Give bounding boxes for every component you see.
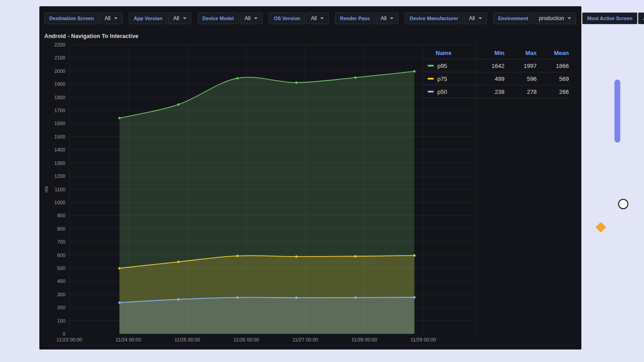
chevron-down-icon — [114, 17, 118, 19]
filter-label: Render Pass — [335, 13, 375, 24]
chevron-down-icon — [183, 17, 186, 19]
chevron-down-icon — [254, 17, 258, 19]
filter-label: Most Active Screen — [582, 13, 637, 24]
chevron-down-icon — [479, 17, 482, 19]
page: { "page": {"background": "#e2e4f8", "pan… — [0, 0, 644, 362]
legend-series-name[interactable]: p75 — [423, 76, 472, 82]
filter-value: All — [381, 15, 386, 21]
legend-min-value: 499 — [472, 76, 504, 82]
legend-row: p75499596569 — [423, 72, 569, 85]
filter-os-version: OS Version All — [269, 13, 329, 24]
filter-value: production — [539, 15, 564, 21]
filter-value-dropdown[interactable]: production — [534, 13, 576, 24]
svg-text:900: 900 — [57, 213, 65, 218]
chart-area: 0100200300400500600700800900100011001200… — [39, 42, 581, 349]
svg-text:200: 200 — [57, 305, 65, 310]
filter-value: All — [173, 15, 179, 21]
legend-col-min[interactable]: Min — [472, 50, 504, 56]
filter-value: All — [105, 15, 110, 21]
legend-mean-value: 266 — [537, 88, 569, 95]
filter-render-pass: Render Pass All — [335, 13, 398, 24]
filter-label: Device Model — [198, 13, 239, 24]
legend-series-name[interactable]: p50 — [423, 88, 472, 95]
vertical-scrollbar-thumb[interactable] — [614, 80, 620, 143]
filter-value-dropdown[interactable]: All — [168, 13, 191, 24]
svg-text:0: 0 — [63, 331, 65, 337]
filter-label: Environment — [493, 13, 533, 24]
filter-destination-screen: Destination Screen All — [44, 13, 123, 24]
legend-col-mean[interactable]: Mean — [537, 50, 569, 56]
svg-text:11/25 00:00: 11/25 00:00 — [174, 337, 200, 342]
svg-text:1900: 1900 — [55, 81, 65, 87]
chevron-down-icon — [390, 17, 394, 19]
cursor-ring-marker — [618, 199, 628, 209]
legend-col-max[interactable]: Max — [504, 50, 537, 56]
svg-text:1800: 1800 — [55, 95, 65, 100]
series-label: p75 — [437, 76, 447, 82]
legend-max-value: 596 — [504, 76, 537, 82]
panel-title: Android - Navigation To Interactive — [44, 33, 138, 39]
filter-value: All — [245, 15, 250, 21]
svg-text:1400: 1400 — [55, 147, 65, 152]
filter-bar: Destination Screen All App Version All D… — [39, 6, 581, 24]
filter-value-dropdown[interactable]: All — [638, 13, 644, 24]
legend-col-name[interactable]: Name — [423, 50, 472, 56]
series-color-swatch — [428, 91, 434, 93]
dashboard-panel: Destination Screen All App Version All D… — [39, 6, 581, 349]
legend-max-value: 1997 — [504, 63, 537, 69]
filter-value-dropdown[interactable]: All — [464, 13, 487, 24]
chart-legend: Name Min Max Mean p95164219971866p754995… — [423, 46, 569, 98]
svg-text:500: 500 — [57, 265, 65, 271]
svg-text:1500: 1500 — [55, 134, 65, 139]
filter-label: OS Version — [269, 13, 305, 24]
series-color-swatch — [428, 78, 434, 80]
svg-text:2100: 2100 — [55, 55, 65, 60]
series-color-swatch — [428, 65, 434, 67]
series-label: p95 — [437, 63, 447, 69]
chevron-down-icon — [320, 17, 324, 19]
svg-text:11/29 00:00: 11/29 00:00 — [411, 337, 436, 342]
legend-mean-value: 569 — [537, 76, 569, 82]
filter-value: All — [311, 15, 317, 21]
svg-text:800: 800 — [57, 226, 65, 232]
legend-row: p50238278266 — [423, 85, 569, 98]
svg-text:1000: 1000 — [55, 200, 65, 205]
svg-text:11/26 00:00: 11/26 00:00 — [233, 337, 259, 342]
filter-value-dropdown[interactable]: All — [376, 13, 398, 24]
svg-text:11/23 00:00: 11/23 00:00 — [56, 337, 82, 342]
svg-text:2200: 2200 — [55, 42, 65, 47]
svg-text:1100: 1100 — [55, 187, 65, 192]
legend-body: p95164219971866p75499596569p50238278266 — [423, 59, 569, 98]
legend-max-value: 278 — [504, 88, 537, 95]
filter-most-active-screen: Most Active Screen All — [582, 13, 644, 24]
svg-text:11/27 00:00: 11/27 00:00 — [292, 337, 318, 342]
legend-min-value: 238 — [472, 88, 504, 95]
svg-text:11/24 00:00: 11/24 00:00 — [115, 337, 141, 342]
svg-text:1600: 1600 — [55, 121, 65, 126]
filter-label: Destination Screen — [44, 13, 99, 24]
legend-row: p95164219971866 — [423, 59, 569, 72]
legend-min-value: 1642 — [472, 63, 504, 69]
svg-text:2000: 2000 — [55, 68, 65, 74]
filter-environment: Environment production — [493, 13, 576, 24]
filter-label: App Version — [129, 13, 167, 24]
filter-value-dropdown[interactable]: All — [240, 13, 263, 24]
filter-app-version: App Version All — [129, 13, 191, 24]
filter-value-dropdown[interactable]: All — [100, 13, 123, 24]
legend-series-name[interactable]: p95 — [423, 63, 472, 69]
legend-header: Name Min Max Mean — [423, 46, 569, 59]
legend-mean-value: 1866 — [537, 63, 569, 69]
svg-text:11/28 00:00: 11/28 00:00 — [352, 337, 377, 342]
svg-text:300: 300 — [57, 292, 65, 297]
svg-text:1300: 1300 — [55, 160, 65, 166]
filter-device-model: Device Model All — [198, 13, 263, 24]
svg-text:100: 100 — [57, 318, 65, 324]
svg-text:1700: 1700 — [55, 108, 65, 113]
filter-device-manufacturer: Device Manufacturer All — [405, 13, 487, 24]
svg-text:1200: 1200 — [55, 173, 65, 179]
filter-value: All — [469, 15, 475, 21]
diamond-marker — [595, 222, 606, 232]
filter-value-dropdown[interactable]: All — [306, 13, 329, 24]
svg-text:600: 600 — [57, 253, 65, 258]
svg-text:ms: ms — [43, 186, 49, 193]
